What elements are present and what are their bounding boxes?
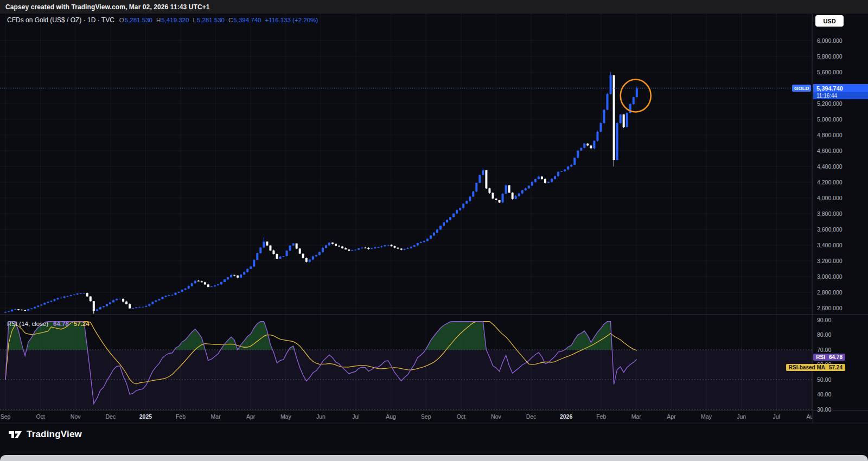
candle-body — [106, 304, 108, 306]
candle-body — [184, 289, 187, 290]
price-axis-label: 4,800.000 — [817, 132, 843, 138]
candle-body — [116, 299, 118, 300]
rsi-band-fill — [0, 350, 813, 409]
screenshot-titlebar: Capsey created with TradingView.com, Mar… — [0, 0, 868, 14]
candle-body — [27, 309, 29, 311]
candle-body — [528, 185, 530, 188]
price-axis-label: 4,600.000 — [817, 148, 843, 154]
candle-body — [237, 276, 239, 278]
candle-body — [492, 193, 494, 199]
candle-body — [243, 272, 245, 275]
candle-body — [197, 281, 200, 281]
candle-body — [214, 285, 216, 286]
price-axis-label: 2,600.000 — [817, 305, 843, 311]
tradingview-wordmark: TradingView — [27, 429, 82, 440]
candle-body — [478, 175, 481, 183]
candle-body — [76, 293, 79, 294]
candle-body — [24, 310, 26, 311]
candle-body — [246, 269, 248, 272]
candle-body — [465, 201, 468, 204]
candle-body — [593, 141, 595, 149]
open-value: 5,281.530 — [125, 17, 152, 23]
candle-body — [518, 194, 520, 196]
annotation-ellipse[interactable] — [621, 80, 651, 112]
candle-body — [547, 182, 550, 183]
candle-body — [135, 308, 137, 308]
candle-body — [613, 75, 615, 161]
candle-body — [413, 245, 416, 247]
candle-body — [341, 246, 343, 248]
candle-body — [240, 274, 242, 277]
candle-body — [283, 256, 285, 257]
candle-body — [377, 247, 379, 248]
candle-body — [286, 251, 288, 256]
time-axis-month-label: Oct — [36, 413, 44, 420]
candle-body — [577, 151, 579, 158]
candle-body — [86, 293, 88, 296]
candle-body — [505, 185, 507, 194]
candle-body — [4, 312, 7, 312]
price-axis-labels[interactable]: 6,000.0005,800.0005,600.0005,400.0005,20… — [817, 37, 843, 311]
high-label: H — [156, 17, 161, 23]
candle-body — [636, 88, 638, 97]
candle-body — [400, 248, 403, 249]
main-legend[interactable]: CFDs on Gold (US$ / OZ) · 1D · TVC O5,28… — [7, 16, 318, 24]
candle-body — [93, 301, 95, 311]
candle-body — [380, 246, 382, 247]
candle-body — [194, 281, 196, 284]
tradingview-footer[interactable]: TradingView — [8, 429, 82, 440]
rsi-axis-label: 40.00 — [817, 391, 831, 398]
candle-body — [475, 183, 477, 191]
chart-root: 6,000.0005,800.0005,600.0005,400.0005,20… — [0, 14, 868, 456]
candle-body — [436, 229, 438, 233]
price-chart-svg[interactable]: 6,000.0005,800.0005,600.0005,400.0005,20… — [0, 14, 868, 456]
candle-body — [328, 242, 330, 245]
time-axis-labels[interactable]: SepOctNovDec2025FebMarAprMayJunJulAugSep… — [1, 413, 817, 420]
candle-body — [586, 144, 589, 146]
candle-body — [73, 294, 75, 295]
symbol-title[interactable]: CFDs on Gold (US$ / OZ) · 1D · TVC — [7, 16, 114, 24]
candle-body — [485, 170, 487, 188]
candle-body — [499, 200, 501, 202]
rsi-legend-title[interactable]: RSI (14, close) — [7, 321, 48, 327]
candle-body — [620, 114, 622, 123]
price-axis-label: 2,800.000 — [817, 289, 843, 296]
candle-body — [338, 246, 340, 246]
candle-body — [482, 170, 484, 175]
rsi-axis-label: 80.00 — [817, 331, 831, 338]
candle-body — [83, 293, 85, 293]
candle-body — [488, 188, 490, 193]
candle-body — [404, 249, 406, 250]
time-axis-month-label: Mar — [631, 413, 642, 420]
candle-body — [596, 132, 598, 141]
price-axis-label: 3,400.000 — [817, 242, 843, 248]
rsi-axis-label: 30.00 — [817, 406, 831, 413]
candle-body — [567, 167, 569, 169]
candle-body — [502, 194, 504, 202]
low-value: 5,281.530 — [197, 17, 225, 23]
time-axis-month-label: Jul — [352, 413, 359, 420]
time-axis-month-label: Jun — [316, 413, 326, 420]
currency-usd-button[interactable]: USD — [815, 15, 844, 27]
price-axis-label: 4,400.000 — [817, 163, 843, 170]
candle-body — [34, 307, 36, 309]
rsi-axis-badge: RSI 64.78 — [813, 354, 845, 361]
candle-body — [63, 297, 66, 298]
candle-body — [138, 307, 141, 308]
candle-body — [43, 303, 46, 305]
candle-body — [541, 177, 543, 179]
candle-body — [384, 245, 386, 246]
time-axis-month-label: Dec — [526, 413, 537, 420]
candle-body — [60, 298, 62, 298]
low-label: L — [193, 17, 196, 23]
rsi-legend[interactable]: RSI (14, close) 64.78 57.24 — [7, 321, 90, 327]
time-axis-month-label: Sep — [1, 413, 11, 420]
candle-body — [351, 250, 353, 251]
candle-body — [452, 214, 455, 217]
candle-body — [472, 191, 474, 196]
candle-body — [17, 309, 20, 310]
time-axis-year-label: 2025 — [139, 413, 152, 420]
candle-body — [469, 197, 471, 201]
candle-body — [103, 306, 105, 308]
candle-body — [371, 248, 373, 249]
